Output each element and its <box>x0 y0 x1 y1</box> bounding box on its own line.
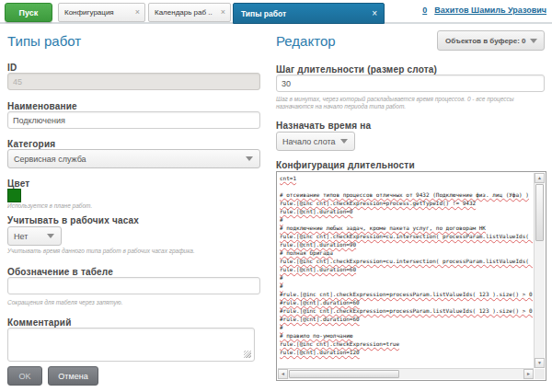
tab-label: Календарь раб .. <box>149 8 218 17</box>
chevron-down-icon <box>47 234 54 238</box>
scroll-down-icon[interactable]: ▼ <box>535 358 545 368</box>
working-hours-select[interactable]: Нет <box>7 226 62 246</box>
vertical-scroll-thumb[interactable] <box>535 184 544 241</box>
slot-step-hint: Шаг в минутах, через который раскладывае… <box>276 96 541 110</box>
duration-config-label: Конфигурация длительности <box>276 160 415 170</box>
working-hours-label: Учитывать в рабочих часах <box>7 215 139 225</box>
buffer-objects-dropdown[interactable]: Объектов в буфере: 0 <box>437 30 545 51</box>
timesheet-field[interactable] <box>7 277 260 294</box>
ok-button[interactable]: OK <box>7 366 42 386</box>
duration-config-code[interactable]: cnt=1 # отсеивание типов процессов отлич… <box>280 174 533 367</box>
color-hint: Используется в плане работ. <box>7 202 92 210</box>
assign-time-label: Назначать время на <box>276 121 371 131</box>
page-title-work-types: Типы работ <box>7 33 81 49</box>
scroll-up-icon[interactable]: ▲ <box>535 173 545 183</box>
timesheet-hint: Сокращения для табеля через запятую. <box>7 299 122 306</box>
horizontal-scroll-thumb[interactable] <box>289 370 399 378</box>
assign-time-select[interactable]: Начало слота <box>276 132 355 151</box>
category-selected-value: Сервисная служба <box>8 155 86 164</box>
comment-label: Комментарий <box>7 317 72 328</box>
user-area: 0Вахитов Шамиль Уразович <box>422 6 546 15</box>
close-icon[interactable]: × <box>221 8 225 17</box>
work-types-editor-window: Пуск Конфигурация × Календарь раб .. × Т… <box>0 0 552 392</box>
tab-work-types-active[interactable]: Типы работ × <box>233 3 385 24</box>
working-hours-hint: Учитывать время данного типа работ в раб… <box>7 248 260 255</box>
id-label: ID <box>7 63 17 73</box>
tab-configuration[interactable]: Конфигурация × <box>58 3 145 22</box>
timesheet-label: Обозначение в табеле <box>7 267 113 277</box>
scrollbar-corner <box>535 369 545 379</box>
chevron-down-icon <box>340 139 348 144</box>
buffer-objects-label: Объектов в буфере: 0 <box>438 37 526 45</box>
current-user-link[interactable]: Вахитов Шамиль Уразович <box>434 6 546 15</box>
notifications-count-link[interactable]: 0 <box>422 6 427 15</box>
close-icon[interactable]: × <box>372 9 377 18</box>
tab-bar: Пуск Конфигурация × Календарь раб .. × Т… <box>0 0 552 24</box>
color-swatch[interactable] <box>7 189 21 202</box>
name-field[interactable] <box>7 111 260 129</box>
category-label: Категория <box>7 139 55 149</box>
page-title-editor: Редактор <box>276 33 336 49</box>
start-button[interactable]: Пуск <box>5 3 52 22</box>
working-hours-selected-value: Нет <box>8 232 28 241</box>
tab-label: Типы работ <box>234 9 293 18</box>
scroll-right-icon[interactable]: ► <box>523 369 534 379</box>
scroll-left-icon[interactable]: ◄ <box>278 369 288 379</box>
close-icon[interactable]: × <box>135 8 140 17</box>
slot-step-label: Шаг длительности (размер слота) <box>276 64 437 75</box>
tab-calendar[interactable]: Календарь раб .. × <box>148 3 231 22</box>
duration-config-editor[interactable]: cnt=1 # отсеивание типов процессов отлич… <box>276 171 546 381</box>
cancel-button[interactable]: Отмена <box>48 366 98 386</box>
slot-step-field[interactable] <box>276 75 545 92</box>
color-label: Цвет <box>7 179 29 189</box>
chevron-down-icon <box>246 156 253 161</box>
vertical-scrollbar[interactable]: ▲ ▼ <box>534 173 545 368</box>
category-select[interactable]: Сервисная служба <box>7 149 260 168</box>
id-field <box>7 73 260 90</box>
comment-field[interactable] <box>7 328 255 362</box>
chevron-down-icon <box>530 39 537 43</box>
tab-label: Конфигурация <box>59 8 120 17</box>
assign-time-selected-value: Начало слота <box>277 137 336 146</box>
horizontal-scrollbar[interactable]: ◄ ► <box>278 368 534 379</box>
resize-handle-icon[interactable] <box>244 351 251 358</box>
name-label: Наименование <box>7 101 77 111</box>
